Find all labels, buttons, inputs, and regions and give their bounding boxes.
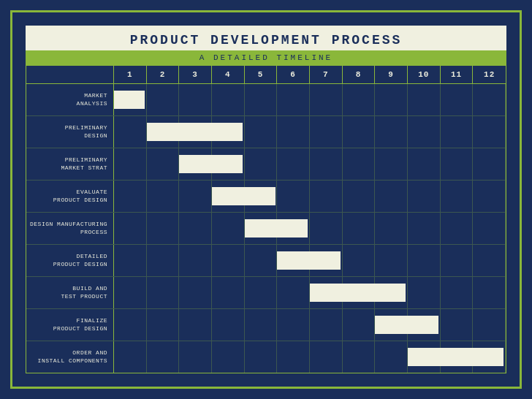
gantt-row: EVALUATE PRODUCT DESIGN [26, 180, 506, 213]
grid-cell-0-2 [179, 84, 212, 115]
grid-cell-2-0 [114, 148, 147, 180]
row-grid-5 [114, 245, 506, 276]
grid-cell-0-11 [473, 84, 506, 115]
row-grid-0 [114, 84, 506, 115]
grid-cell-2-10 [441, 148, 474, 180]
grid-cell-2-9 [408, 148, 441, 180]
row-grid-3 [114, 180, 506, 212]
grid-cell-7-3 [212, 309, 245, 341]
grid-cell-6-4 [245, 277, 278, 308]
grid-cell-2-1 [147, 148, 180, 180]
grid-cell-8-4 [245, 341, 278, 373]
grid-cell-6-10 [441, 277, 474, 308]
month-cell-3: 3 [179, 66, 212, 83]
grid-cell-6-0 [114, 277, 147, 308]
row-label-1: PRELIMINARY DESIGN [26, 116, 114, 148]
gantt-bar-5 [277, 251, 341, 270]
row-label-0: MARKET ANALYSIS [26, 84, 114, 115]
grid-cell-6-5 [277, 277, 310, 308]
grid-cell-4-0 [114, 213, 147, 244]
row-label-2: PRELIMINARY MARKET STRAT [26, 148, 114, 180]
grid-cell-2-11 [473, 148, 506, 180]
grid-cell-2-8 [375, 148, 408, 180]
grid-cell-1-9 [408, 116, 441, 148]
month-cell-5: 5 [245, 66, 278, 83]
grid-cell-8-5 [277, 341, 310, 373]
month-cell-2: 2 [147, 66, 180, 83]
grid-cell-8-2 [179, 341, 212, 373]
grid-cell-0-4 [245, 84, 278, 115]
gantt-row: DETAILED PRODUCT DESIGN [26, 245, 506, 277]
main-container: PRODUCT DEVELOPMENT PROCESS A DETAILED T… [10, 10, 522, 389]
grid-cell-5-7 [343, 245, 376, 276]
grid-cell-1-10 [441, 116, 474, 148]
row-grid-8 [114, 341, 506, 373]
grid-cell-4-2 [179, 213, 212, 244]
grid-cell-4-6 [310, 213, 343, 244]
row-grid-4 [114, 213, 506, 244]
row-label-3: EVALUATE PRODUCT DESIGN [26, 180, 114, 212]
gantt-bar-2 [179, 155, 243, 174]
row-label-8: ORDER AND INSTALL COMPONENTS [26, 341, 114, 373]
rows-container: MARKET ANALYSISPRELIMINARY DESIGNPRELIMI… [26, 84, 506, 373]
grid-cell-6-11 [473, 277, 506, 308]
grid-cell-2-4 [245, 148, 278, 180]
gantt-bar-0 [114, 91, 145, 110]
grid-cell-7-5 [277, 309, 310, 341]
gantt-bar-8 [408, 348, 503, 367]
grid-cell-5-9 [408, 245, 441, 276]
gantt-row: FINALIZE PRODUCT DESIGN [26, 309, 506, 341]
grid-cell-1-0 [114, 116, 147, 148]
grid-cell-8-6 [310, 341, 343, 373]
subtitle-block: A DETAILED TIMELINE [26, 50, 506, 65]
grid-cell-5-0 [114, 245, 147, 276]
grid-cell-5-1 [147, 245, 180, 276]
grid-cell-1-11 [473, 116, 506, 148]
row-grid-2 [114, 148, 506, 180]
grid-cell-5-3 [212, 245, 245, 276]
gantt-bar-1 [147, 123, 243, 142]
grid-cell-5-11 [473, 245, 506, 276]
grid-cell-3-9 [408, 180, 441, 212]
month-cells: 123456789101112 [114, 66, 506, 83]
grid-cell-8-7 [343, 341, 376, 373]
month-cell-6: 6 [277, 66, 310, 83]
gantt-row: PRELIMINARY DESIGN [26, 116, 506, 148]
row-label-7: FINALIZE PRODUCT DESIGN [26, 309, 114, 341]
grid-cell-3-1 [147, 180, 180, 212]
month-cell-8: 8 [343, 66, 376, 83]
grid-cell-2-7 [343, 148, 376, 180]
gantt-bar-7 [375, 316, 438, 335]
grid-cell-0-9 [408, 84, 441, 115]
grid-cell-1-7 [343, 116, 376, 148]
row-grid-7 [114, 309, 506, 341]
grid-cell-7-0 [114, 309, 147, 341]
grid-cell-4-8 [375, 213, 408, 244]
month-cell-9: 9 [375, 66, 408, 83]
grid-cell-4-11 [473, 213, 506, 244]
grid-cell-5-2 [179, 245, 212, 276]
grid-cell-3-5 [277, 180, 310, 212]
grid-cell-0-5 [277, 84, 310, 115]
grid-cell-3-10 [441, 180, 474, 212]
gantt-row: ORDER AND INSTALL COMPONENTS [26, 341, 506, 373]
grid-cell-7-6 [310, 309, 343, 341]
grid-cell-7-2 [179, 309, 212, 341]
grid-cell-3-2 [179, 180, 212, 212]
row-label-5: DETAILED PRODUCT DESIGN [26, 245, 114, 276]
grid-cell-0-10 [441, 84, 474, 115]
grid-cell-6-2 [179, 277, 212, 308]
grid-cell-6-9 [408, 277, 441, 308]
month-cell-10: 10 [408, 66, 441, 83]
grid-cell-2-6 [310, 148, 343, 180]
grid-cell-8-3 [212, 341, 245, 373]
grid-cell-6-3 [212, 277, 245, 308]
grid-cell-5-10 [441, 245, 474, 276]
month-cell-12: 12 [473, 66, 506, 83]
main-title: PRODUCT DEVELOPMENT PROCESS [31, 33, 501, 48]
grid-cell-1-8 [375, 116, 408, 148]
grid-cell-0-6 [310, 84, 343, 115]
row-grid-6 [114, 277, 506, 308]
grid-cell-1-4 [245, 116, 278, 148]
subtitle: A DETAILED TIMELINE [28, 53, 503, 62]
